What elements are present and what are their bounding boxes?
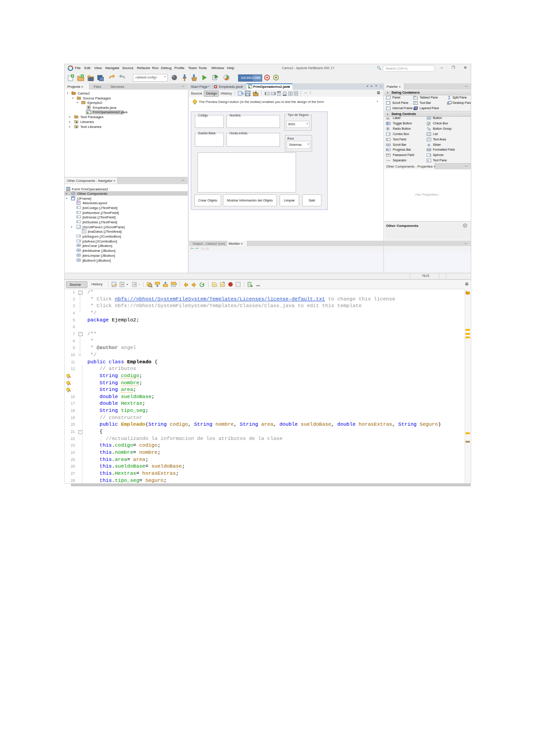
svg-text:T: T [428, 160, 429, 162]
svg-text:***: *** [387, 154, 390, 156]
svg-text:ab: ab [386, 117, 390, 120]
svg-text:#.#: #.# [428, 148, 431, 151]
